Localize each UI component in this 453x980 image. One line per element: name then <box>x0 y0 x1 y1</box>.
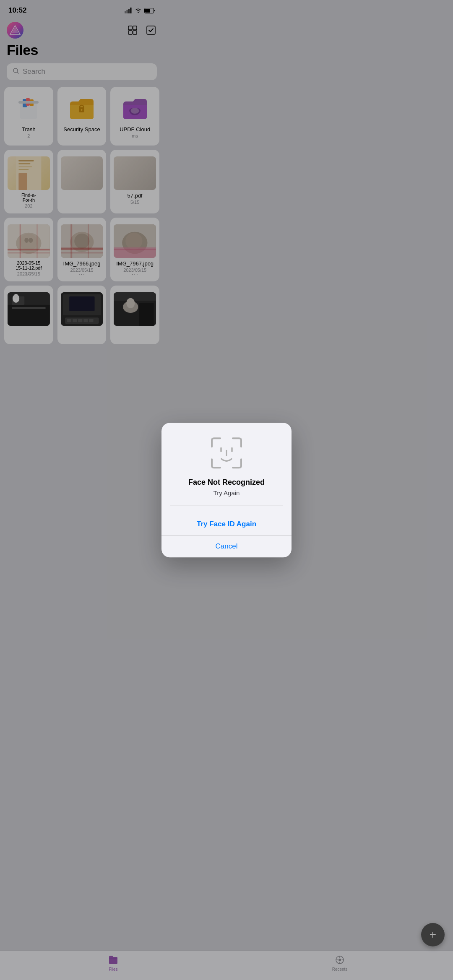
dialog-overlay <box>0 0 164 386</box>
